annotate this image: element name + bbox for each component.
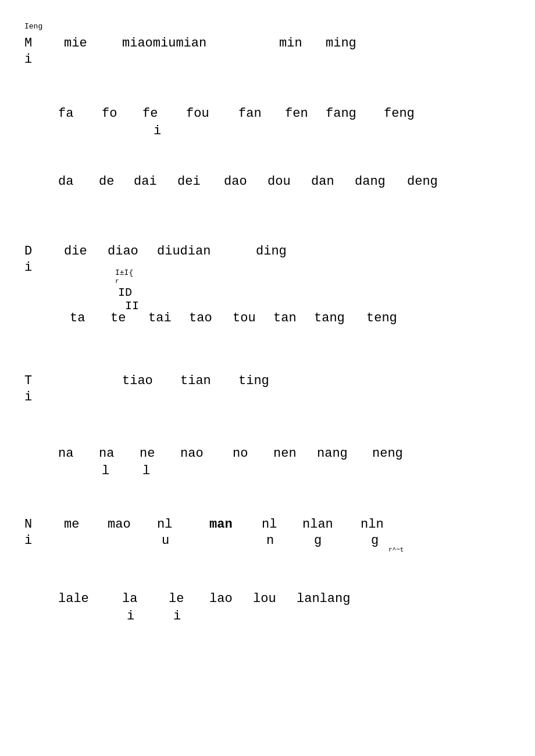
no: no — [233, 446, 248, 461]
da: da — [58, 174, 73, 189]
i5: i — [24, 533, 32, 548]
g1: g — [314, 533, 322, 548]
fang: fang — [326, 106, 356, 121]
die: die — [64, 244, 87, 259]
u: u — [162, 533, 169, 548]
tian: tian — [180, 374, 211, 388]
tan: tan — [273, 311, 297, 325]
ne: ne — [140, 446, 155, 461]
tai: tai — [148, 311, 172, 325]
mao: mao — [108, 517, 131, 532]
man: man — [209, 517, 233, 532]
diudian: diudian — [157, 244, 211, 259]
dan: dan — [311, 174, 334, 189]
cursor_ID: ID — [118, 286, 132, 299]
g2: g — [371, 533, 379, 548]
nlu: nl — [157, 517, 172, 532]
nen: nen — [273, 446, 297, 461]
teng: teng — [366, 311, 397, 325]
dai: dai — [134, 174, 157, 189]
fen: fen — [285, 106, 308, 121]
ding: ding — [256, 244, 287, 259]
mie: mie — [64, 36, 87, 51]
fou: fou — [186, 106, 209, 121]
i7: i — [173, 609, 181, 624]
tiao: tiao — [122, 374, 153, 388]
fo: fo — [102, 106, 117, 121]
M: M — [24, 36, 32, 51]
tang: tang — [314, 311, 345, 325]
i4: i — [24, 390, 32, 404]
fan: fan — [238, 106, 262, 121]
la: la — [122, 592, 137, 606]
i1: i — [24, 52, 32, 67]
lao: lao — [209, 592, 233, 606]
tou: tou — [233, 311, 256, 325]
fe: fe — [142, 106, 158, 121]
dao: dao — [224, 174, 247, 189]
tao: tao — [189, 311, 212, 325]
dei: dei — [177, 174, 201, 189]
neng: neng — [372, 446, 403, 461]
te: te — [110, 311, 126, 325]
nang: nang — [317, 446, 348, 461]
lanlang: lanlang — [297, 592, 350, 606]
lou: lou — [253, 592, 276, 606]
nln: nl — [262, 517, 277, 532]
nao: nao — [180, 446, 204, 461]
ting: ting — [238, 374, 269, 388]
nlng: nln — [361, 517, 384, 532]
na: na — [58, 446, 73, 461]
cursor_sym1: I±I{ — [115, 268, 133, 277]
ta: ta — [70, 311, 85, 325]
main-page: IengMmiemiaomiumianminmingifafofefoufanf… — [0, 0, 535, 756]
cursor_r: r — [115, 278, 119, 285]
D: D — [24, 244, 32, 259]
n: n — [266, 533, 274, 548]
i2: i — [154, 124, 161, 138]
leng: Ieng — [24, 22, 42, 31]
lale: lale — [58, 592, 89, 606]
feng: feng — [384, 106, 415, 121]
T: T — [24, 374, 32, 388]
fa: fa — [58, 106, 73, 121]
dou: dou — [268, 174, 291, 189]
i6: i — [127, 609, 134, 624]
min: min — [279, 36, 302, 51]
le: le — [169, 592, 184, 606]
nlan: nlan — [302, 517, 333, 532]
na2: na — [99, 446, 114, 461]
N: N — [24, 517, 32, 532]
deng: deng — [407, 174, 438, 189]
i3: i — [24, 260, 32, 275]
cursor_II: II — [125, 299, 139, 313]
miaomiumian: miaomiumian — [122, 36, 206, 51]
me: me — [64, 517, 79, 532]
ming: ming — [326, 36, 356, 51]
diao: diao — [108, 244, 138, 259]
l2: l — [142, 464, 150, 478]
dang: dang — [355, 174, 386, 189]
de: de — [99, 174, 114, 189]
r_hat: r^~t — [388, 546, 404, 553]
l1: l — [102, 464, 109, 478]
